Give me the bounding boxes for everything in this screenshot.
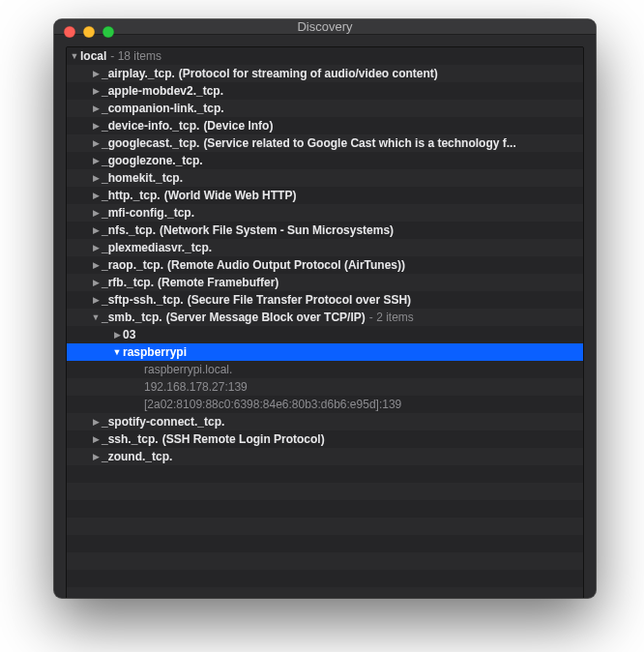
service-row[interactable]: ▶_rfb._tcp.(Remote Framebuffer) <box>67 274 583 291</box>
disclosure-right-icon[interactable]: ▶ <box>90 104 102 113</box>
empty-row <box>67 500 583 518</box>
service-row[interactable]: ▶_sftp-ssh._tcp.(Secure File Transfer Pr… <box>67 291 583 309</box>
service-row[interactable]: ▶_mfi-config._tcp. <box>67 204 583 222</box>
service-tree[interactable]: ▼ local - 18 items ▶_airplay._tcp.(Proto… <box>66 46 584 598</box>
empty-row <box>67 552 583 570</box>
service-row[interactable]: ▶_apple-mobdev2._tcp. <box>67 82 583 100</box>
titlebar[interactable]: Discovery <box>54 19 596 35</box>
empty-row <box>67 465 583 483</box>
host-detail[interactable]: raspberrypi.local. <box>67 361 583 378</box>
disclosure-right-icon[interactable]: ▶ <box>90 191 102 200</box>
service-row[interactable]: ▶_googlezone._tcp. <box>67 152 583 169</box>
disclosure-right-icon[interactable]: ▶ <box>90 86 102 96</box>
disclosure-down-icon[interactable]: ▼ <box>90 312 102 322</box>
disclosure-right-icon[interactable]: ▶ <box>90 156 102 165</box>
host-detail[interactable]: 192.168.178.27:139 <box>67 378 583 396</box>
service-row[interactable]: ▶_zound._tcp. <box>67 448 583 465</box>
smb-child-raspberrypi[interactable]: ▼ raspberrypi <box>67 343 583 361</box>
disclosure-right-icon[interactable]: ▶ <box>90 295 102 305</box>
empty-row <box>67 570 583 587</box>
disclosure-right-icon[interactable]: ▶ <box>90 138 102 148</box>
disclosure-right-icon[interactable]: ▶ <box>90 434 102 444</box>
empty-row <box>67 587 583 598</box>
disclosure-down-icon[interactable]: ▼ <box>111 347 123 357</box>
host-detail[interactable]: [2a02:8109:88c0:6398:84e6:80b3:d6b6:e95d… <box>67 396 583 413</box>
smb-child-03[interactable]: ▶ 03 <box>67 326 583 343</box>
disclosure-right-icon[interactable]: ▶ <box>90 121 102 131</box>
minimize-icon[interactable] <box>83 26 95 38</box>
disclosure-down-icon[interactable]: ▼ <box>69 51 80 61</box>
service-row[interactable]: ▶_ssh._tcp.(SSH Remote Login Protocol) <box>67 430 583 448</box>
service-row[interactable]: ▶_http._tcp.(World Wide Web HTTP) <box>67 187 583 204</box>
service-row[interactable]: ▶_googlecast._tcp.(Service related to Go… <box>67 134 583 152</box>
disclosure-right-icon[interactable]: ▶ <box>90 452 102 461</box>
disclosure-right-icon[interactable]: ▶ <box>90 417 102 427</box>
disclosure-right-icon[interactable]: ▶ <box>90 278 102 287</box>
close-icon[interactable] <box>64 26 75 38</box>
disclosure-right-icon[interactable]: ▶ <box>90 208 102 218</box>
content-area: ▼ local - 18 items ▶_airplay._tcp.(Proto… <box>54 35 596 598</box>
disclosure-right-icon[interactable]: ▶ <box>111 330 123 340</box>
service-row-smb[interactable]: ▼ _smb._tcp. (Server Message Block over … <box>67 309 583 326</box>
empty-row <box>67 535 583 552</box>
service-row[interactable]: ▶_plexmediasvr._tcp. <box>67 239 583 256</box>
empty-row <box>67 518 583 535</box>
service-row[interactable]: ▶_nfs._tcp.(Network File System - Sun Mi… <box>67 222 583 239</box>
service-row[interactable]: ▶_device-info._tcp.(Device Info) <box>67 117 583 134</box>
service-row[interactable]: ▶_raop._tcp.(Remote Audio Output Protoco… <box>67 256 583 274</box>
service-row[interactable]: ▶_spotify-connect._tcp. <box>67 413 583 430</box>
disclosure-right-icon[interactable]: ▶ <box>90 260 102 270</box>
disclosure-right-icon[interactable]: ▶ <box>90 243 102 252</box>
service-row[interactable]: ▶_companion-link._tcp. <box>67 100 583 117</box>
root-label: local <box>80 49 106 63</box>
disclosure-right-icon[interactable]: ▶ <box>90 173 102 183</box>
empty-row <box>67 483 583 500</box>
app-window: Discovery ▼ local - 18 items ▶_airplay._… <box>54 19 596 598</box>
service-row[interactable]: ▶_airplay._tcp.(Protocol for streaming o… <box>67 65 583 82</box>
root-meta: - 18 items <box>110 49 161 63</box>
disclosure-right-icon[interactable]: ▶ <box>90 225 102 235</box>
tree-root-local[interactable]: ▼ local - 18 items <box>67 47 583 65</box>
window-title: Discovery <box>54 19 596 34</box>
service-row[interactable]: ▶_homekit._tcp. <box>67 169 583 187</box>
zoom-icon[interactable] <box>102 26 114 38</box>
disclosure-right-icon[interactable]: ▶ <box>90 69 102 78</box>
